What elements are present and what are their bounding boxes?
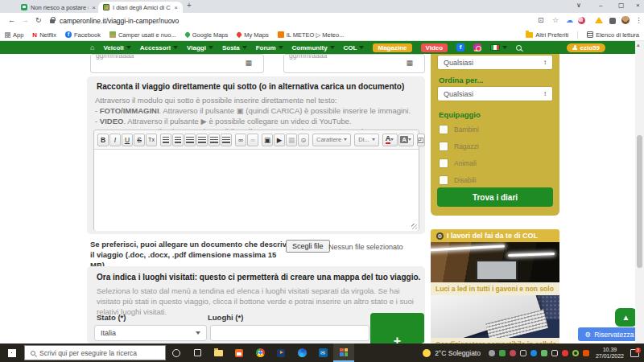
insert-image-icon[interactable]: ▣: [262, 134, 273, 146]
bookmark-camper[interactable]: Camper usati e nuo...: [109, 31, 176, 39]
reading-list-button[interactable]: Elenco di lettura: [587, 31, 639, 39]
tray-icon[interactable]: [562, 350, 568, 356]
find-diaries-button[interactable]: Trova i diari: [437, 187, 553, 207]
active-app-button[interactable]: [333, 343, 354, 362]
italic-button[interactable]: I: [109, 134, 121, 146]
search-icon[interactable]: [516, 45, 522, 51]
account-badge-icon[interactable]: [578, 17, 585, 24]
remove-format-button[interactable]: Tx: [146, 134, 157, 146]
file-explorer-button[interactable]: [208, 343, 229, 362]
align-center-icon[interactable]: [196, 134, 208, 146]
places-input[interactable]: [210, 325, 369, 341]
nav-item-sosta[interactable]: Sosta: [222, 44, 247, 51]
add-state-button[interactable]: +: [370, 313, 424, 343]
bookmark-google-maps[interactable]: Google Maps: [185, 31, 229, 39]
language-selector[interactable]: [490, 44, 507, 51]
extensions-icon[interactable]: [609, 18, 616, 24]
insert-video-icon[interactable]: ▶: [274, 134, 285, 146]
instagram-icon[interactable]: [473, 43, 481, 51]
tray-icon[interactable]: [551, 350, 558, 356]
checkbox-row-bambini[interactable]: Bambini: [439, 125, 479, 134]
tray-icon[interactable]: [520, 350, 526, 356]
bookmark-facebook[interactable]: fFacebook: [65, 31, 101, 39]
new-tab-button[interactable]: +: [187, 1, 192, 10]
facebook-icon[interactable]: f: [456, 43, 464, 51]
tab-close-icon[interactable]: ×: [174, 4, 178, 11]
calendar-icon[interactable]: ▦: [245, 59, 252, 67]
tray-icon[interactable]: [510, 350, 516, 356]
diy-post-image[interactable]: [431, 295, 559, 338]
menu-dots-icon[interactable]: ⋮: [635, 16, 642, 24]
star-icon[interactable]: ☆: [552, 16, 559, 24]
align-left-icon[interactable]: [184, 134, 196, 146]
tray-icon[interactable]: [541, 350, 547, 356]
notification-center-button[interactable]: 3: [630, 349, 639, 357]
mail-button[interactable]: ✉: [312, 343, 333, 362]
edge-button[interactable]: [291, 343, 312, 362]
font-dropdown[interactable]: Carattere: [312, 134, 351, 146]
checkbox[interactable]: [439, 125, 448, 134]
chrome-button[interactable]: [250, 343, 270, 362]
choose-file-button[interactable]: Scegli file: [286, 240, 330, 253]
media-app-button[interactable]: [270, 343, 291, 362]
link-icon[interactable]: ∞: [235, 134, 246, 146]
bookmark-my-maps[interactable]: My Maps: [237, 31, 268, 39]
url-text[interactable]: camperonline.it/viaggi-in-camper/nuovo: [60, 17, 179, 25]
checkbox[interactable]: [439, 142, 448, 151]
weather-text[interactable]: 2°C Soleggiato: [435, 349, 481, 357]
bookmark-ilmeteo[interactable]: IL METEO ▷ Meteo...: [278, 31, 345, 39]
forward-icon[interactable]: →: [22, 16, 29, 24]
browser-tab-inactive[interactable]: Non riesco a postare un diario it... ×: [16, 2, 101, 13]
cortana-button[interactable]: [166, 343, 187, 362]
editor-text-area[interactable]: [94, 150, 419, 231]
checkbox-row-disabili[interactable]: Disabili: [439, 175, 476, 185]
scrollbar-up-icon[interactable]: ▴: [637, 42, 640, 48]
strikethrough-button[interactable]: S: [134, 134, 145, 146]
nav-item-accessori[interactable]: Accessori: [140, 44, 178, 51]
bookmark-apps[interactable]: App: [5, 31, 23, 39]
insert-table-icon[interactable]: ▦: [286, 134, 297, 146]
drive-icon[interactable]: [595, 17, 603, 23]
profile-avatar[interactable]: [621, 16, 630, 24]
text-color-button[interactable]: A: [382, 134, 398, 146]
browser-tab-active[interactable]: I diari degli Amici di COL - pubbl... ×: [98, 2, 183, 13]
numbered-list-icon[interactable]: [160, 134, 171, 146]
checkbox[interactable]: [439, 158, 448, 168]
resize-handle[interactable]: [411, 224, 417, 229]
order-by-select[interactable]: Qualsiasi↕: [437, 86, 553, 101]
underline-button[interactable]: U: [122, 134, 133, 146]
privacy-button[interactable]: ⚙Riservatezza: [578, 327, 635, 341]
scroll-to-top-button[interactable]: ▲: [615, 308, 635, 327]
diy-post-link[interactable]: Luci a led in tutti i gavoni e non solo: [431, 282, 559, 295]
unlink-icon[interactable]: ∞: [247, 134, 258, 146]
smiley-icon[interactable]: ☺: [298, 134, 309, 146]
reload-icon[interactable]: ↻: [35, 16, 42, 24]
tray-icon[interactable]: [530, 350, 537, 356]
task-view-button[interactable]: [187, 343, 208, 362]
scrollbar-thumb[interactable]: [637, 135, 642, 268]
share-icon[interactable]: ⊡: [538, 16, 544, 24]
tray-icon[interactable]: [489, 350, 495, 356]
bullet-list-icon[interactable]: [172, 134, 184, 146]
bookmark-netflix[interactable]: NNetflix: [32, 31, 56, 39]
state-select[interactable]: Italia: [94, 325, 207, 341]
video-button[interactable]: Video: [421, 43, 448, 52]
cloud-icon[interactable]: ☁: [566, 16, 573, 24]
align-right-icon[interactable]: [208, 134, 220, 146]
nav-item-col[interactable]: COL: [344, 44, 365, 51]
calendar-icon[interactable]: ▦: [406, 59, 413, 67]
bg-color-button[interactable]: A: [398, 134, 414, 146]
tray-icon[interactable]: [499, 350, 506, 356]
start-button[interactable]: [0, 343, 24, 362]
page-scrollbar[interactable]: ▴: [635, 41, 644, 343]
diy-post-image[interactable]: [431, 242, 559, 282]
other-favorites-button[interactable]: Altri Preferiti: [526, 31, 568, 39]
checkbox[interactable]: [439, 175, 448, 185]
diy-post-link[interactable]: Condizionatore compatibile in cellula: [431, 338, 559, 343]
user-menu[interactable]: ezio59: [567, 43, 605, 52]
maximize-icon[interactable]: ◰: [417, 134, 425, 146]
bold-button[interactable]: B: [97, 134, 109, 146]
tab-close-icon[interactable]: ×: [92, 4, 96, 11]
taskbar-search-input[interactable]: Scrivi qui per eseguire la ricerca: [24, 345, 166, 360]
filter-select-top[interactable]: Qualsiasi↕: [437, 55, 553, 70]
